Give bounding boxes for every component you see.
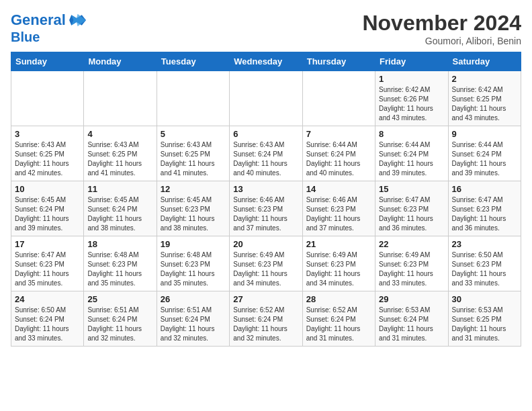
day-info: Sunrise: 6:44 AM Sunset: 6:24 PM Dayligh…: [306, 140, 371, 178]
day-number: 3: [15, 129, 80, 139]
day-info: Sunrise: 6:51 AM Sunset: 6:24 PM Dayligh…: [87, 306, 152, 343]
day-info: Sunrise: 6:44 AM Sunset: 6:24 PM Dayligh…: [379, 140, 444, 178]
calendar-cell: [84, 71, 157, 126]
calendar-cell: 9Sunrise: 6:44 AM Sunset: 6:24 PM Daylig…: [448, 126, 521, 181]
day-number: 7: [306, 129, 371, 139]
day-number: 14: [306, 184, 371, 194]
calendar-cell: 7Sunrise: 6:44 AM Sunset: 6:24 PM Daylig…: [302, 126, 375, 181]
calendar-week-4: 17Sunrise: 6:47 AM Sunset: 6:23 PM Dayli…: [11, 236, 521, 291]
day-number: 9: [452, 129, 517, 139]
calendar-cell: 24Sunrise: 6:50 AM Sunset: 6:24 PM Dayli…: [11, 291, 84, 347]
day-info: Sunrise: 6:46 AM Sunset: 6:23 PM Dayligh…: [306, 195, 371, 233]
weekday-header-saturday: Saturday: [448, 52, 521, 71]
calendar-week-2: 3Sunrise: 6:43 AM Sunset: 6:25 PM Daylig…: [11, 126, 521, 181]
calendar-cell: 6Sunrise: 6:43 AM Sunset: 6:24 PM Daylig…: [230, 126, 302, 181]
calendar-cell: 15Sunrise: 6:47 AM Sunset: 6:23 PM Dayli…: [375, 181, 448, 236]
day-number: 5: [161, 129, 226, 139]
logo: General Blue: [11, 11, 86, 44]
calendar-week-3: 10Sunrise: 6:45 AM Sunset: 6:24 PM Dayli…: [11, 181, 521, 236]
day-info: Sunrise: 6:50 AM Sunset: 6:23 PM Dayligh…: [452, 250, 517, 288]
day-number: 10: [15, 184, 80, 194]
calendar-body: 1Sunrise: 6:42 AM Sunset: 6:26 PM Daylig…: [11, 71, 521, 347]
day-info: Sunrise: 6:52 AM Sunset: 6:24 PM Dayligh…: [233, 306, 298, 343]
day-info: Sunrise: 6:47 AM Sunset: 6:23 PM Dayligh…: [452, 195, 517, 233]
calendar-cell: 29Sunrise: 6:53 AM Sunset: 6:24 PM Dayli…: [375, 291, 448, 347]
calendar-cell: 27Sunrise: 6:52 AM Sunset: 6:24 PM Dayli…: [230, 291, 302, 347]
svg-marker-1: [71, 14, 86, 27]
day-info: Sunrise: 6:49 AM Sunset: 6:23 PM Dayligh…: [233, 250, 298, 288]
calendar-cell: 19Sunrise: 6:48 AM Sunset: 6:23 PM Dayli…: [157, 236, 229, 291]
calendar-cell: 22Sunrise: 6:49 AM Sunset: 6:23 PM Dayli…: [375, 236, 448, 291]
day-number: 24: [15, 294, 80, 304]
title-block: November 2024 Goumori, Alibori, Benin: [362, 11, 521, 46]
logo-text: General: [11, 12, 66, 28]
calendar-cell: 1Sunrise: 6:42 AM Sunset: 6:26 PM Daylig…: [375, 71, 448, 126]
weekday-header-tuesday: Tuesday: [157, 52, 229, 71]
weekday-header-friday: Friday: [375, 52, 448, 71]
day-info: Sunrise: 6:52 AM Sunset: 6:24 PM Dayligh…: [306, 306, 371, 343]
weekday-header-row: SundayMondayTuesdayWednesdayThursdayFrid…: [11, 52, 521, 71]
calendar-cell: 10Sunrise: 6:45 AM Sunset: 6:24 PM Dayli…: [11, 181, 84, 236]
day-number: 23: [452, 239, 517, 249]
weekday-header-monday: Monday: [84, 52, 157, 71]
calendar-cell: 26Sunrise: 6:51 AM Sunset: 6:24 PM Dayli…: [157, 291, 229, 347]
day-number: 21: [306, 239, 371, 249]
day-info: Sunrise: 6:49 AM Sunset: 6:23 PM Dayligh…: [379, 250, 444, 288]
calendar-header: SundayMondayTuesdayWednesdayThursdayFrid…: [11, 52, 521, 71]
calendar-cell: 17Sunrise: 6:47 AM Sunset: 6:23 PM Dayli…: [11, 236, 84, 291]
calendar-cell: 4Sunrise: 6:43 AM Sunset: 6:25 PM Daylig…: [84, 126, 157, 181]
day-info: Sunrise: 6:48 AM Sunset: 6:23 PM Dayligh…: [87, 250, 152, 288]
day-info: Sunrise: 6:47 AM Sunset: 6:23 PM Dayligh…: [15, 250, 80, 288]
calendar-cell: [11, 71, 84, 126]
day-number: 22: [379, 239, 444, 249]
calendar-table: SundayMondayTuesdayWednesdayThursdayFrid…: [11, 52, 521, 347]
day-number: 18: [87, 239, 152, 249]
calendar-cell: 3Sunrise: 6:43 AM Sunset: 6:25 PM Daylig…: [11, 126, 84, 181]
day-number: 13: [233, 184, 298, 194]
page-header: General Blue November 2024 Goumori, Alib…: [11, 11, 521, 46]
day-number: 26: [161, 294, 226, 304]
day-info: Sunrise: 6:43 AM Sunset: 6:25 PM Dayligh…: [161, 140, 226, 178]
calendar-cell: 11Sunrise: 6:45 AM Sunset: 6:24 PM Dayli…: [84, 181, 157, 236]
day-number: 6: [233, 129, 298, 139]
day-info: Sunrise: 6:50 AM Sunset: 6:24 PM Dayligh…: [15, 306, 80, 343]
weekday-header-sunday: Sunday: [11, 52, 84, 71]
day-info: Sunrise: 6:43 AM Sunset: 6:25 PM Dayligh…: [15, 140, 80, 178]
calendar-cell: 16Sunrise: 6:47 AM Sunset: 6:23 PM Dayli…: [448, 181, 521, 236]
day-number: 15: [379, 184, 444, 194]
day-number: 17: [15, 239, 80, 249]
day-info: Sunrise: 6:42 AM Sunset: 6:25 PM Dayligh…: [452, 85, 517, 123]
calendar-week-1: 1Sunrise: 6:42 AM Sunset: 6:26 PM Daylig…: [11, 71, 521, 126]
calendar-cell: [157, 71, 229, 126]
calendar-cell: 20Sunrise: 6:49 AM Sunset: 6:23 PM Dayli…: [230, 236, 302, 291]
calendar-cell: 14Sunrise: 6:46 AM Sunset: 6:23 PM Dayli…: [302, 181, 375, 236]
calendar-cell: 8Sunrise: 6:44 AM Sunset: 6:24 PM Daylig…: [375, 126, 448, 181]
day-number: 16: [452, 184, 517, 194]
calendar-cell: 2Sunrise: 6:42 AM Sunset: 6:25 PM Daylig…: [448, 71, 521, 126]
day-info: Sunrise: 6:43 AM Sunset: 6:25 PM Dayligh…: [87, 140, 152, 178]
day-number: 25: [87, 294, 152, 304]
calendar-cell: 12Sunrise: 6:45 AM Sunset: 6:23 PM Dayli…: [157, 181, 229, 236]
day-number: 1: [379, 74, 444, 84]
day-info: Sunrise: 6:44 AM Sunset: 6:24 PM Dayligh…: [452, 140, 517, 178]
weekday-header-wednesday: Wednesday: [230, 52, 302, 71]
day-number: 8: [379, 129, 444, 139]
day-number: 30: [452, 294, 517, 304]
day-info: Sunrise: 6:46 AM Sunset: 6:23 PM Dayligh…: [233, 195, 298, 233]
day-number: 4: [87, 129, 152, 139]
day-number: 19: [161, 239, 226, 249]
calendar-cell: 30Sunrise: 6:53 AM Sunset: 6:25 PM Dayli…: [448, 291, 521, 347]
day-number: 20: [233, 239, 298, 249]
calendar-cell: [302, 71, 375, 126]
day-info: Sunrise: 6:47 AM Sunset: 6:23 PM Dayligh…: [379, 195, 444, 233]
calendar-cell: 18Sunrise: 6:48 AM Sunset: 6:23 PM Dayli…: [84, 236, 157, 291]
day-info: Sunrise: 6:45 AM Sunset: 6:24 PM Dayligh…: [87, 195, 152, 233]
calendar-cell: 23Sunrise: 6:50 AM Sunset: 6:23 PM Dayli…: [448, 236, 521, 291]
day-number: 12: [161, 184, 226, 194]
calendar-cell: 13Sunrise: 6:46 AM Sunset: 6:23 PM Dayli…: [230, 181, 302, 236]
day-info: Sunrise: 6:53 AM Sunset: 6:24 PM Dayligh…: [379, 306, 444, 343]
logo-blue-text: Blue: [11, 30, 86, 44]
day-info: Sunrise: 6:53 AM Sunset: 6:25 PM Dayligh…: [452, 306, 517, 343]
month-title: November 2024: [362, 11, 521, 36]
location: Goumori, Alibori, Benin: [362, 36, 521, 46]
